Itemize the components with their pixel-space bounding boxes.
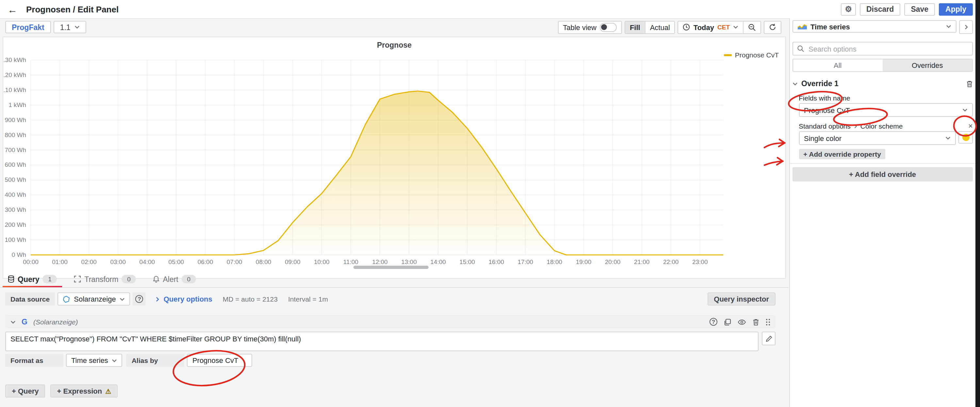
tab-overrides[interactable]: Overrides (883, 59, 972, 71)
fields-with-name-select[interactable]: Prognose CvT (799, 103, 973, 117)
time-range-picker[interactable]: Today CET (678, 21, 743, 33)
magnifier-minus-icon (748, 23, 756, 31)
svg-text:800 Wh: 800 Wh (5, 131, 26, 138)
tab-all[interactable]: All (793, 59, 883, 71)
window-scrollbar[interactable] (975, 0, 980, 407)
progfakt-button[interactable]: ProgFakt (5, 21, 51, 33)
delete-query-trash-icon[interactable] (752, 318, 759, 325)
tab-query[interactable]: Query 1 (5, 275, 60, 287)
table-view-label: Table view (563, 23, 597, 31)
svg-text:23:00: 23:00 (692, 258, 708, 265)
refresh-button[interactable] (764, 21, 781, 33)
hide-query-eye-icon[interactable] (738, 319, 746, 325)
svg-text:11:00: 11:00 (343, 258, 358, 265)
delete-override-trash-icon[interactable] (966, 80, 973, 87)
query-options-link[interactable]: Query options (155, 295, 212, 303)
drag-handle-icon[interactable] (766, 318, 770, 325)
table-view-toggle[interactable]: Table view (558, 21, 621, 33)
chevron-down-icon (75, 25, 80, 29)
tab-transform-label: Transform (84, 275, 119, 283)
tab-transform[interactable]: Transform 0 (72, 275, 139, 287)
override-header[interactable]: Override 1 (792, 80, 973, 87)
question-circle-icon: ? (135, 295, 143, 303)
chevron-down-icon (120, 297, 125, 301)
transform-icon (74, 276, 81, 283)
panel-toolbar: ProgFakt 1.1 Table view Fill Actual Tod (0, 18, 789, 36)
panel-settings-button[interactable]: ⚙ (841, 3, 856, 15)
version-dropdown[interactable]: 1.1 (54, 21, 86, 33)
chart-panel: Prognose Prognose CvT 00:0001:0002:0003:… (3, 36, 786, 279)
format-as-select[interactable]: Time series (66, 354, 123, 367)
version-value: 1.1 (60, 23, 70, 31)
options-search-input[interactable] (807, 44, 968, 53)
add-field-override-button[interactable]: + Add field override (792, 167, 973, 182)
svg-text:16:00: 16:00 (488, 258, 504, 265)
query-inspector-button[interactable]: Query inspector (707, 293, 775, 306)
alias-by-label: Alias by (126, 354, 185, 367)
svg-text:14:00: 14:00 (430, 258, 446, 265)
apply-button[interactable]: Apply (939, 3, 973, 15)
zoom-out-time-button[interactable] (743, 21, 760, 33)
color-swatch-button[interactable] (958, 131, 973, 144)
svg-text:07:00: 07:00 (227, 258, 242, 265)
svg-text:00:00: 00:00 (23, 258, 38, 265)
actual-option[interactable]: Actual (645, 21, 675, 33)
svg-text:22:00: 22:00 (663, 258, 679, 265)
add-override-property-button[interactable]: + Add override property (799, 149, 886, 159)
tab-query-label: Query (18, 275, 40, 283)
discard-button[interactable]: Discard (860, 3, 900, 15)
tab-alert[interactable]: Alert 0 (150, 275, 198, 287)
tab-alert-badge: 0 (181, 275, 196, 283)
alias-input[interactable] (187, 354, 253, 367)
datasource-help-button[interactable]: ? (133, 293, 146, 306)
database-icon (8, 276, 14, 283)
chevron-right-icon (964, 24, 967, 30)
chevron-down-icon (733, 25, 738, 29)
chevron-down-icon (112, 359, 117, 362)
query-row-header[interactable]: G (Solaranzeige) ? (5, 315, 775, 328)
svg-text:19:00: 19:00 (576, 258, 592, 265)
fill-option[interactable]: Fill (625, 21, 645, 33)
svg-text:600 Wh: 600 Wh (5, 161, 26, 168)
query-tab-bar: Query 1 Transform 0 Alert 0 (0, 270, 789, 288)
influxdb-icon (63, 295, 70, 302)
query-ref-id: G (22, 318, 27, 326)
refresh-icon (769, 24, 776, 31)
svg-text:1.30 kWh: 1.30 kWh (3, 57, 26, 63)
collapse-options-button[interactable] (959, 20, 973, 34)
query-datasource-hint: (Solaranzeige) (33, 318, 78, 326)
remove-property-close-icon[interactable]: × (968, 122, 973, 130)
page-title: Prognosen / Edit Panel (26, 4, 119, 14)
save-button[interactable]: Save (904, 3, 935, 15)
svg-text:400 Wh: 400 Wh (5, 191, 26, 198)
query-section: Query 1 Transform 0 Alert 0 Data source … (0, 270, 789, 407)
chevron-down-icon (792, 82, 797, 85)
duplicate-query-icon[interactable] (724, 318, 731, 325)
add-query-button[interactable]: + Query (5, 385, 45, 397)
horizontal-scrollbar[interactable] (353, 266, 429, 269)
back-button[interactable]: ← (4, 1, 21, 17)
color-scheme-value: Single color (804, 134, 842, 142)
query-format-row: Format as Time series Alias by (5, 354, 775, 367)
override-title: Override 1 (801, 80, 838, 87)
color-scheme-row: Single color (799, 131, 973, 145)
chevron-down-icon (10, 320, 16, 323)
svg-text:01:00: 01:00 (52, 258, 68, 265)
sql-query-input[interactable]: SELECT max("Prognose") FROM "CvT" WHERE … (5, 332, 759, 351)
options-search[interactable] (792, 42, 973, 55)
tab-query-badge: 1 (43, 275, 57, 283)
datasource-select[interactable]: Solaranzeige (57, 293, 130, 306)
display-mode-segmented: Fill Actual (625, 21, 675, 33)
datasource-value: Solaranzeige (74, 295, 116, 303)
interval-meta: Interval = 1m (288, 295, 328, 303)
edit-query-button[interactable] (762, 332, 775, 345)
format-as-label: Format as (5, 354, 64, 367)
add-expression-button[interactable]: + Expression ⚠ (51, 385, 118, 397)
color-scheme-select[interactable]: Single color (799, 131, 956, 145)
toggle-switch[interactable] (600, 22, 617, 32)
visualization-select[interactable]: Time series (792, 20, 956, 33)
datasource-row: Data source Solaranzeige ? Query options… (5, 293, 775, 306)
svg-text:1.10 kWh: 1.10 kWh (3, 87, 26, 93)
chevron-down-icon (946, 25, 951, 28)
query-help-icon[interactable]: ? (710, 318, 718, 326)
